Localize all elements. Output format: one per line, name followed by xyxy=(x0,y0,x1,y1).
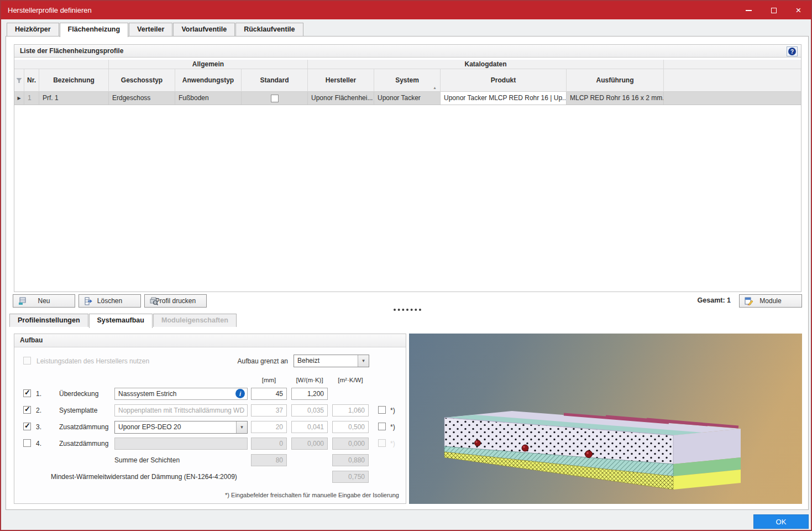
layer1-number: 1. xyxy=(36,390,41,398)
new-profile-button[interactable]: Neu xyxy=(13,294,75,308)
maximize-icon xyxy=(771,8,777,13)
cell-standard xyxy=(242,92,308,105)
sum-mm-field: 80 xyxy=(251,454,287,466)
column-ausfuehrung[interactable]: Ausführung xyxy=(567,69,664,92)
layer2-star-label: *) xyxy=(390,407,395,414)
layer1-material-input[interactable]: Nasssystem Estrich xyxy=(114,388,248,400)
adjacent-label: Aufbau grenzt an xyxy=(233,357,288,365)
new-icon xyxy=(18,297,27,305)
unit-header-w: [W/(m·K)] xyxy=(291,377,328,383)
aufbau-title: Aufbau xyxy=(14,334,406,347)
close-button[interactable]: × xyxy=(786,1,811,19)
layer2-name: Systemplatte xyxy=(59,407,97,414)
tab-vorlaufventile[interactable]: Vorlaufventile xyxy=(173,23,235,36)
tab-systemaufbau[interactable]: Systemaufbau xyxy=(89,314,153,328)
standard-checkbox[interactable] xyxy=(271,95,279,102)
column-filter[interactable] xyxy=(14,69,24,92)
layer2-unlock-checkbox[interactable] xyxy=(378,406,386,414)
sum-label: Summe der Schichten xyxy=(114,456,180,464)
column-nr[interactable]: Nr. xyxy=(24,69,39,92)
print-profile-button[interactable]: Profil drucken xyxy=(144,294,207,308)
column-system[interactable]: System ▲ xyxy=(374,69,441,92)
tab-profileinstellungen[interactable]: Profileinstellungen xyxy=(9,314,88,327)
adjacent-value: Beheizt xyxy=(297,357,319,365)
layer3-material-select[interactable]: Uponor EPS-DEO 20 ▾ xyxy=(114,421,248,434)
min-resistance-label: Mindest-Wärmeleitwiderstand der Dämmung … xyxy=(51,473,237,481)
cell-produkt[interactable]: Uponor Tacker MLCP RED Rohr 16 | Up... xyxy=(441,92,567,105)
column-system-label: System xyxy=(395,76,419,84)
ok-button[interactable]: OK xyxy=(753,514,809,529)
tab-verteiler[interactable]: Verteiler xyxy=(129,23,172,36)
layer3-unlock-checkbox[interactable] xyxy=(378,423,386,430)
layer2-mm-field: 37 xyxy=(251,404,287,417)
minimize-button[interactable] xyxy=(736,1,761,19)
info-icon[interactable]: i xyxy=(235,389,245,398)
group-header-empty-left xyxy=(14,60,109,69)
window-controls: × xyxy=(736,1,811,19)
layer4-checkbox[interactable] xyxy=(23,439,31,447)
top-tab-strip: Heizkörper Flächenheizung Verteiler Vorl… xyxy=(7,23,304,37)
column-produkt[interactable]: Produkt xyxy=(441,69,567,92)
layer2-checkbox[interactable]: ✓ xyxy=(23,406,31,414)
chevron-down-icon: ▾ xyxy=(236,421,247,433)
cell-hersteller: Uponor Flächenhei... xyxy=(308,92,374,105)
layer3-lambda-field: 0,041 xyxy=(291,421,328,433)
tab-heizkoerper[interactable]: Heizkörper xyxy=(7,23,59,36)
layer3-r-field: 0,500 xyxy=(332,421,369,433)
layer2-r-field: 1,060 xyxy=(332,404,369,417)
table-group-header-row: Allgemein Katalogdaten xyxy=(14,60,801,69)
delete-profile-button[interactable]: Löschen xyxy=(78,294,141,308)
layer2-number: 2. xyxy=(36,407,41,414)
column-hersteller[interactable]: Hersteller xyxy=(308,69,374,92)
column-standard[interactable]: Standard xyxy=(242,69,308,92)
tab-flaechenheizung[interactable]: Flächenheizung xyxy=(60,23,128,37)
module-icon xyxy=(745,297,753,305)
horizontal-splitter[interactable] xyxy=(394,309,421,311)
layer4-mm-field: 0 xyxy=(251,438,287,450)
construction-3d-preview[interactable] xyxy=(409,334,802,504)
tab-moduleigenschaften: Moduleigenschaften xyxy=(153,314,237,327)
module-button[interactable]: Module xyxy=(739,294,802,308)
delete-profile-label: Löschen xyxy=(97,297,122,305)
cell-anwendungstyp: Fußboden xyxy=(175,92,242,105)
floor-layers-illustration xyxy=(409,334,802,504)
bottom-tab-strip: Profileinstellungen Systemaufbau Modulei… xyxy=(9,314,237,328)
cell-system: Uponor Tacker xyxy=(374,92,441,105)
current-row-arrow-icon: ▶ xyxy=(17,92,20,105)
layer4-r-field: 0,000 xyxy=(332,438,369,450)
column-anwendungstyp[interactable]: Anwendungstyp xyxy=(175,69,242,92)
layer3-checkbox[interactable]: ✓ xyxy=(23,423,31,430)
unit-header-r: [m²·K/W] xyxy=(332,377,369,383)
print-icon xyxy=(150,297,158,305)
tab-ruecklaufventile[interactable]: Rücklaufventile xyxy=(235,23,303,36)
layer1-mm-input[interactable]: 45 xyxy=(251,388,287,400)
layer4-unlock-checkbox xyxy=(378,439,386,447)
minimize-icon xyxy=(746,10,752,11)
aufbau-grenzt-select[interactable]: Beheizt ▾ xyxy=(294,355,369,367)
filter-funnel-icon xyxy=(16,77,22,84)
column-bezeichnung[interactable]: Bezeichnung xyxy=(39,69,109,92)
sum-r-field: 0,880 xyxy=(332,454,369,466)
group-header-allgemein: Allgemein xyxy=(109,60,308,69)
column-geschosstyp[interactable]: Geschosstyp xyxy=(109,69,175,92)
layer1-lambda-input[interactable]: 1,200 xyxy=(291,388,328,400)
row-indicator-cell: ▶ xyxy=(14,92,24,105)
help-button[interactable]: ? xyxy=(787,46,798,56)
total-count-label: Gesamt: 1 xyxy=(698,296,731,304)
layer3-mm-field: 20 xyxy=(251,421,287,433)
aufbau-groupbox: Aufbau Leistungsdaten des Herstellers nu… xyxy=(14,334,406,504)
cell-bezeichnung: Prf. 1 xyxy=(39,92,109,105)
layer3-material-value: Uponor EPS-DEO 20 xyxy=(118,423,181,431)
footnote: *) Eingabefelder freischalten für manuel… xyxy=(225,492,399,498)
layer4-star-label: *) xyxy=(390,440,395,447)
help-icon: ? xyxy=(788,48,796,55)
module-label: Module xyxy=(759,297,781,305)
profile-list-panel: Liste der Flächenheizungsprofile ? Allge… xyxy=(14,44,801,292)
delete-icon xyxy=(84,297,92,305)
layer2-lambda-field: 0,035 xyxy=(291,404,328,417)
maximize-button[interactable] xyxy=(761,1,786,19)
chevron-down-icon: ▾ xyxy=(358,355,369,367)
table-row[interactable]: ▶ 1 Prf. 1 Erdgeschoss Fußboden Uponor F… xyxy=(14,92,801,105)
layer1-checkbox[interactable]: ✓ xyxy=(23,389,31,397)
new-profile-label: Neu xyxy=(38,297,50,305)
